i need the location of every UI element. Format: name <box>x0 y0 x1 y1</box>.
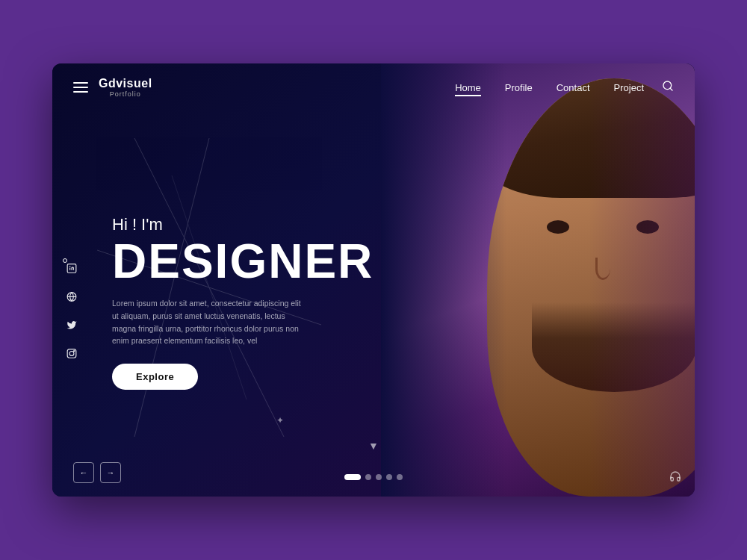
portrait-area <box>381 63 695 497</box>
brand-name: Gdvisuel <box>99 77 152 90</box>
svg-line-5 <box>670 88 672 90</box>
prev-arrow[interactable]: ← <box>73 462 94 483</box>
nav-profile[interactable]: Profile <box>505 82 533 93</box>
navbar: Gdvisuel Portfolio Home Profile Contact … <box>52 63 695 111</box>
svg-point-12 <box>69 351 74 355</box>
svg-point-13 <box>74 351 75 352</box>
page-dot-4[interactable] <box>386 474 392 480</box>
portrait-gradient <box>381 63 695 497</box>
social-sidebar <box>63 259 81 362</box>
decorative-star: ✦ <box>276 415 284 426</box>
page-dot-5[interactable] <box>397 474 403 480</box>
brand-subtitle: Portfolio <box>99 90 152 98</box>
main-content: Gdvisuel Portfolio Home Profile Contact … <box>52 63 695 497</box>
page-dot-1[interactable] <box>344 474 361 480</box>
pagination-dots <box>344 474 403 480</box>
bottom-nav-arrows: ← → <box>73 462 121 483</box>
linkedin-icon[interactable] <box>63 259 81 277</box>
nav-home[interactable]: Home <box>455 82 481 93</box>
hero-title: DESIGNER <box>112 237 374 285</box>
explore-button[interactable]: Explore <box>112 364 198 390</box>
globe-icon[interactable] <box>63 287 81 305</box>
headphone-icon <box>669 470 681 485</box>
nav-contact[interactable]: Contact <box>557 82 590 93</box>
instagram-icon[interactable] <box>63 344 81 362</box>
page-dot-2[interactable] <box>365 474 371 480</box>
page-dot-3[interactable] <box>376 474 382 480</box>
browser-window: Gdvisuel Portfolio Home Profile Contact … <box>52 63 695 497</box>
brand: Gdvisuel Portfolio <box>99 77 152 98</box>
nav-project[interactable]: Project <box>614 82 644 93</box>
twitter-icon[interactable] <box>63 316 81 334</box>
hero-section: Hi ! I'm DESIGNER Lorem ipsum dolor sit … <box>112 215 374 390</box>
next-arrow[interactable]: → <box>100 462 121 483</box>
search-button[interactable] <box>662 80 674 95</box>
hero-description: Lorem ipsum dolor sit amet, consectetur … <box>112 297 306 347</box>
hamburger-menu[interactable] <box>73 82 88 93</box>
scroll-down-arrow[interactable]: ▼ <box>368 440 379 452</box>
hero-greeting: Hi ! I'm <box>112 215 374 234</box>
nav-links: Home Profile Contact Project <box>455 82 644 93</box>
svg-rect-11 <box>67 349 76 358</box>
